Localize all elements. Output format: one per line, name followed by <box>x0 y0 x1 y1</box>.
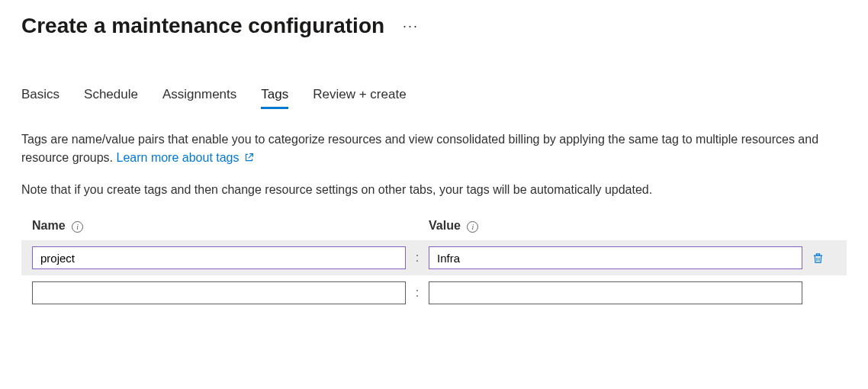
more-actions-icon[interactable]: ··· <box>403 18 419 34</box>
tag-row: : <box>21 240 847 275</box>
tag-name-input[interactable] <box>32 281 406 304</box>
separator: : <box>406 251 429 265</box>
info-icon[interactable]: i <box>467 221 478 233</box>
tab-review-create[interactable]: Review + create <box>313 87 406 109</box>
tag-value-input[interactable] <box>429 246 802 269</box>
tags-description: Tags are name/value pairs that enable yo… <box>21 130 847 167</box>
learn-more-link[interactable]: Learn more about tags <box>117 151 254 164</box>
tags-header-row: Name i Value i <box>21 219 847 240</box>
tags-table: Name i Value i : : <box>21 219 847 310</box>
delete-tag-button[interactable] <box>807 247 828 268</box>
learn-more-text: Learn more about tags <box>117 151 240 164</box>
separator: : <box>406 286 429 300</box>
tab-schedule[interactable]: Schedule <box>84 87 138 109</box>
tag-name-input[interactable] <box>32 246 406 269</box>
header-name: Name <box>32 219 66 232</box>
page-title: Create a maintenance configuration <box>21 14 384 38</box>
tab-assignments[interactable]: Assignments <box>162 87 236 109</box>
trash-icon <box>812 252 825 265</box>
header-value: Value <box>429 219 461 232</box>
tab-basics[interactable]: Basics <box>21 87 59 109</box>
tags-note: Note that if you create tags and then ch… <box>21 181 847 199</box>
external-link-icon <box>244 153 254 162</box>
tag-value-input[interactable] <box>429 281 802 304</box>
tabs-bar: Basics Schedule Assignments Tags Review … <box>21 87 847 109</box>
info-icon[interactable]: i <box>72 221 83 233</box>
tab-tags[interactable]: Tags <box>261 87 288 109</box>
tag-row: : <box>21 275 847 310</box>
